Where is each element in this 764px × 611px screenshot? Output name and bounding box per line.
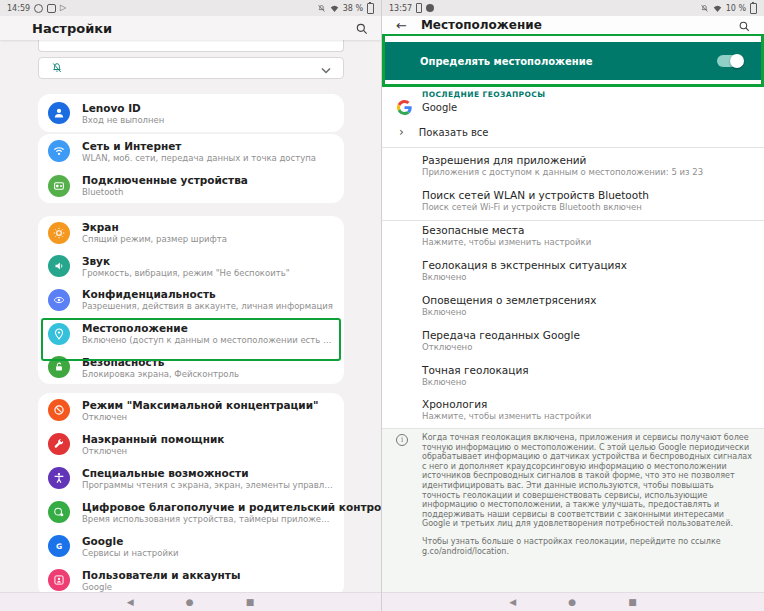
page-title: Настройки <box>32 21 112 36</box>
item-subtitle: Приложения с доступом к данным о местопо… <box>422 167 752 177</box>
battery-icon <box>750 3 757 14</box>
divider <box>382 220 764 221</box>
item-subtitle: Вход не выполнен <box>82 115 164 125</box>
recents-button[interactable]: ■ <box>246 598 255 607</box>
settings-item-google[interactable]: G Google Сервисы и настройки <box>38 529 344 563</box>
settings-panel: 14:59 ▷ 38 % Настройки <box>0 0 382 611</box>
item-subtitle: Google <box>82 582 240 592</box>
item-title: Сеть и Интернет <box>82 140 316 152</box>
highlight-box-use-location: Определять местоположение <box>382 33 764 87</box>
show-all-row[interactable]: › Показать все <box>382 122 764 142</box>
battery-icon <box>367 3 374 14</box>
settings-item-onscreen-assistant[interactable]: Наэкранный помощник Отключен <box>38 427 344 461</box>
item-title: Поиск сетей WLAN и устройств Bluetooth <box>422 189 754 201</box>
battery-app-icon <box>416 3 422 13</box>
chevron-right-icon: › <box>399 126 404 138</box>
item-title: Разрешения для приложений <box>422 154 754 166</box>
clock: 13:57 <box>389 4 412 13</box>
info-icon: i <box>396 434 408 446</box>
settings-item-display[interactable]: Экран Спящий режим, размер шрифта <box>38 216 344 250</box>
footer-paragraph: Когда точная геолокация включена, прилож… <box>422 433 752 529</box>
item-title: Lenovo ID <box>82 102 164 114</box>
divider <box>382 428 764 429</box>
home-button[interactable]: ● <box>186 598 194 607</box>
location-item-wifi-bt-scanning[interactable]: Поиск сетей WLAN и устройств Bluetooth П… <box>422 189 754 221</box>
display-icon <box>48 222 70 244</box>
clock: 14:59 <box>7 4 30 13</box>
location-item-earthquake-alerts[interactable]: Оповещения о землетрясениях Включено <box>422 294 754 326</box>
location-item-emergency-location[interactable]: Геолокация в экстренных ситуациях Включе… <box>422 259 754 291</box>
settings-item-lenovo-id[interactable]: Lenovo ID Вход не выполнен <box>38 94 344 132</box>
location-item-timeline[interactable]: Хронология Нажмите, чтобы изменить настр… <box>422 398 754 430</box>
location-item-google-location-sharing[interactable]: Передача геоданных Google Отключено <box>422 329 754 361</box>
item-subtitle: Включено <box>422 272 752 282</box>
item-title: Экран <box>82 221 227 233</box>
footer-paragraph: Чтобы узнать больше о настройках геолока… <box>422 537 752 556</box>
bell-muted-icon <box>700 4 709 13</box>
home-button[interactable]: ● <box>568 598 576 607</box>
item-title: Безопасные места <box>422 224 754 236</box>
bell-slash-icon <box>51 62 63 74</box>
search-icon[interactable] <box>738 18 752 32</box>
status-bar-left: 14:59 ▷ 38 % <box>0 0 381 16</box>
location-item-precise-location[interactable]: Точная геолокация Включено <box>422 364 754 396</box>
svg-text:G: G <box>56 542 62 551</box>
settings-item-security[interactable]: Безопасность Блокировка экрана, Фейсконт… <box>38 350 344 384</box>
assistant-icon <box>48 433 70 455</box>
item-subtitle: Отключено <box>422 342 752 352</box>
back-arrow-icon[interactable]: ← <box>396 19 407 32</box>
account-icon <box>48 102 70 124</box>
battery-percent: 10 % <box>726 4 746 13</box>
settings-item-location[interactable]: Местоположение Включено (доступ к данным… <box>38 317 344 351</box>
tablet-screen: 14:59 ▷ 38 % Настройки <box>0 0 764 611</box>
back-button[interactable]: ◀ <box>127 598 134 607</box>
use-location-toggle[interactable] <box>717 55 743 67</box>
settings-item-digital-wellbeing[interactable]: Цифровое благополучие и родительский кон… <box>38 495 344 529</box>
recents-button[interactable]: ■ <box>628 598 637 607</box>
use-location-label: Определять местоположение <box>420 56 593 67</box>
privacy-icon <box>48 289 70 311</box>
location-panel: 13:57 10 % ← Местоположение Определять м… <box>382 0 764 611</box>
account-card: Lenovo ID Вход не выполнен <box>38 94 344 132</box>
focus-mode-icon <box>48 399 70 421</box>
security-icon <box>48 356 70 378</box>
item-subtitle: Нажмите, чтобы изменить настройки <box>422 411 752 421</box>
item-title: Цифровое благополучие и родительский кон… <box>82 501 334 513</box>
alarm-icon <box>34 4 43 13</box>
toggle-knob <box>730 54 744 68</box>
item-title: Точная геолокация <box>422 364 754 376</box>
battery-percent: 38 % <box>343 4 363 13</box>
use-location-banner[interactable]: Определять местоположение <box>385 42 761 80</box>
settings-item-network[interactable]: Сеть и Интернет WLAN, моб. сети, передач… <box>38 134 344 169</box>
users-icon <box>48 569 70 591</box>
recent-request-google[interactable]: Google <box>382 97 764 117</box>
item-title: Пользователи и аккаунты <box>82 569 240 581</box>
google-g-icon <box>397 100 412 115</box>
settings-item-privacy[interactable]: Конфиденциальность Разрешения, действия … <box>38 283 344 317</box>
divider <box>382 147 764 148</box>
show-all-label: Показать все <box>419 127 489 138</box>
location-appbar: ← Местоположение <box>382 16 764 34</box>
item-title: Хронология <box>422 398 754 410</box>
screenshot-icon <box>47 4 56 13</box>
settings-item-focus-mode[interactable]: Режим "Максимальной концентрации" Отключ… <box>38 393 344 427</box>
location-item-safe-places[interactable]: Безопасные места Нажмите, чтобы изменить… <box>422 224 754 256</box>
chevron-down-icon[interactable] <box>321 59 331 78</box>
dnd-collapsed-banner[interactable] <box>38 57 344 79</box>
item-subtitle: Отключен <box>82 446 224 456</box>
item-subtitle: Включено <box>422 377 752 387</box>
item-title: Передача геоданных Google <box>422 329 754 341</box>
item-subtitle: Блокировка экрана, Фейсконтроль <box>82 369 239 379</box>
search-icon[interactable] <box>355 21 369 35</box>
accessibility-icon <box>48 467 70 489</box>
wifi-status-icon <box>330 4 339 13</box>
item-title: Конфиденциальность <box>82 288 333 300</box>
item-title: Геолокация в экстренных ситуациях <box>422 259 754 271</box>
back-button[interactable]: ◀ <box>509 598 516 607</box>
settings-item-accessibility[interactable]: Специальные возможности Программы чтения… <box>38 461 344 495</box>
navigation-bar-right: ◀ ● ■ <box>382 592 764 611</box>
location-item-app-permissions[interactable]: Разрешения для приложений Приложения с д… <box>422 154 754 186</box>
settings-item-sound[interactable]: Звук Громкость, вибрация, режим "Не бесп… <box>38 250 344 284</box>
item-subtitle: Поиск сетей Wi-Fi и устройств Bluetooth … <box>422 202 752 212</box>
settings-item-connected-devices[interactable]: Подключенные устройства Bluetooth <box>38 169 344 204</box>
